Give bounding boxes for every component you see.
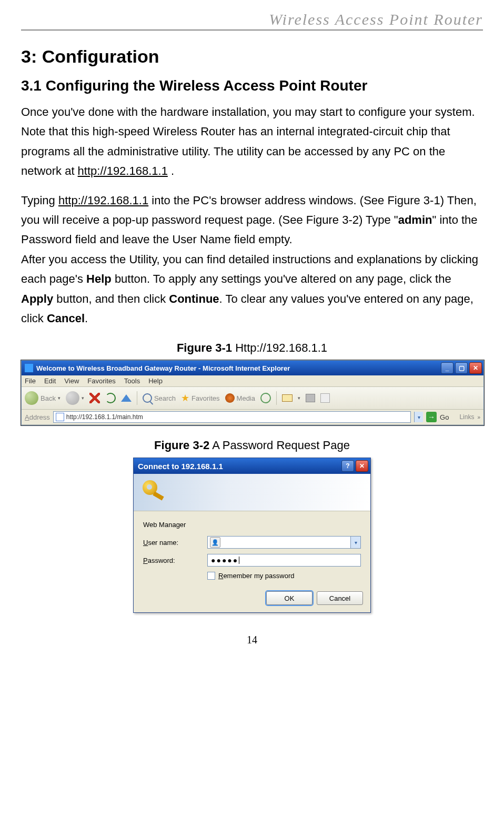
- mail-icon[interactable]: [282, 394, 293, 402]
- star-icon: ★: [181, 392, 189, 404]
- go-button[interactable]: →: [426, 412, 437, 422]
- links-label[interactable]: Links: [459, 413, 474, 421]
- dialog-title-text: Connect to 192.168.1.1: [138, 462, 223, 471]
- section-heading: 3.1 Configuring the Wireless Access Poin…: [21, 77, 483, 94]
- favorites-button[interactable]: ★Favorites: [181, 392, 219, 404]
- keys-icon: [142, 479, 168, 505]
- address-label: Address: [25, 413, 50, 421]
- figure-3-2-caption: Figure 3-2 A Password Request Page: [21, 439, 483, 452]
- username-field[interactable]: 👤 ▾: [207, 536, 361, 549]
- browser-titlebar: Welcome to Wireless Broadband Gateway Ro…: [22, 361, 483, 375]
- page-icon: [56, 413, 64, 421]
- close-button[interactable]: ✕: [469, 362, 482, 374]
- search-button[interactable]: Search: [143, 393, 176, 403]
- password-value: ●●●●●: [211, 556, 238, 564]
- browser-menubar: File Edit View Favorites Tools Help: [22, 375, 483, 387]
- user-icon: 👤: [210, 537, 220, 548]
- remember-checkbox[interactable]: [207, 572, 215, 580]
- dialog-close-button[interactable]: ✕: [356, 460, 368, 472]
- edit-icon[interactable]: [320, 393, 330, 403]
- dialog-realm: Web Manager: [143, 521, 361, 529]
- chapter-heading: 3: Configuration: [21, 46, 483, 67]
- minimize-button[interactable]: _: [441, 362, 453, 374]
- config-url-1: http://192.168.1.1: [78, 164, 168, 177]
- paragraph-2: Typing http://192.168.1.1 into the PC's …: [21, 191, 483, 250]
- auth-dialog: Connect to 192.168.1.1 ? ✕ Web Manager U…: [133, 458, 371, 613]
- menu-tools[interactable]: Tools: [124, 377, 140, 385]
- page-number: 14: [21, 634, 483, 646]
- address-bar: Address http://192.168.1.1/main.htm ▾ → …: [22, 410, 483, 425]
- paragraph-3: After you access the Utility, you can fi…: [21, 250, 483, 329]
- menu-favorites[interactable]: Favorites: [87, 377, 115, 385]
- back-button[interactable]: Back▾: [25, 391, 61, 405]
- browser-window: Welcome to Wireless Broadband Gateway Ro…: [21, 360, 484, 425]
- forward-button[interactable]: ▾: [66, 391, 84, 405]
- media-button[interactable]: Media: [225, 393, 255, 403]
- menu-view[interactable]: View: [64, 377, 79, 385]
- ie-icon: [25, 364, 33, 372]
- paragraph-1: Once you've done with the hardware insta…: [21, 102, 483, 181]
- menu-edit[interactable]: Edit: [44, 377, 56, 385]
- media-icon: [225, 393, 235, 403]
- stop-icon[interactable]: [89, 393, 100, 403]
- browser-toolbar: Back▾ ▾ Search ★Favorites Media ▾: [22, 387, 483, 410]
- home-icon[interactable]: [121, 394, 132, 402]
- browser-title-text: Welcome to Wireless Broadband Gateway Ro…: [36, 364, 290, 372]
- links-chevron-icon[interactable]: »: [477, 414, 480, 420]
- menu-file[interactable]: File: [25, 377, 36, 385]
- go-label: Go: [440, 413, 449, 421]
- address-value: http://192.168.1.1/main.htm: [66, 413, 143, 421]
- dialog-help-button[interactable]: ?: [341, 460, 354, 472]
- print-icon[interactable]: [306, 394, 315, 402]
- running-header: Wireless Access Point Router: [21, 11, 483, 31]
- ok-button[interactable]: OK: [266, 591, 313, 605]
- menu-help[interactable]: Help: [148, 377, 163, 385]
- figure-3-1-caption: Figure 3-1 Http://192.168.1.1: [21, 341, 483, 355]
- dialog-banner: [134, 474, 370, 511]
- admin-text: admin: [398, 213, 432, 226]
- username-label: User name:: [143, 539, 201, 547]
- cancel-button[interactable]: Cancel: [317, 591, 363, 605]
- refresh-icon[interactable]: [105, 393, 116, 403]
- running-header-title: Wireless Access Point Router: [269, 11, 483, 28]
- dialog-titlebar: Connect to 192.168.1.1 ? ✕: [134, 458, 370, 474]
- remember-label: Remember my password: [218, 572, 295, 580]
- address-dropdown[interactable]: ▾: [414, 412, 423, 422]
- search-icon: [143, 393, 152, 403]
- password-field[interactable]: ●●●●●: [207, 554, 361, 567]
- maximize-button[interactable]: ▢: [455, 362, 468, 374]
- history-icon[interactable]: [260, 393, 271, 403]
- password-label: Password:: [143, 557, 201, 564]
- config-url-2: http://192.168.1.1: [58, 194, 148, 207]
- username-dropdown[interactable]: ▾: [350, 537, 360, 548]
- address-input[interactable]: http://192.168.1.1/main.htm: [53, 411, 411, 423]
